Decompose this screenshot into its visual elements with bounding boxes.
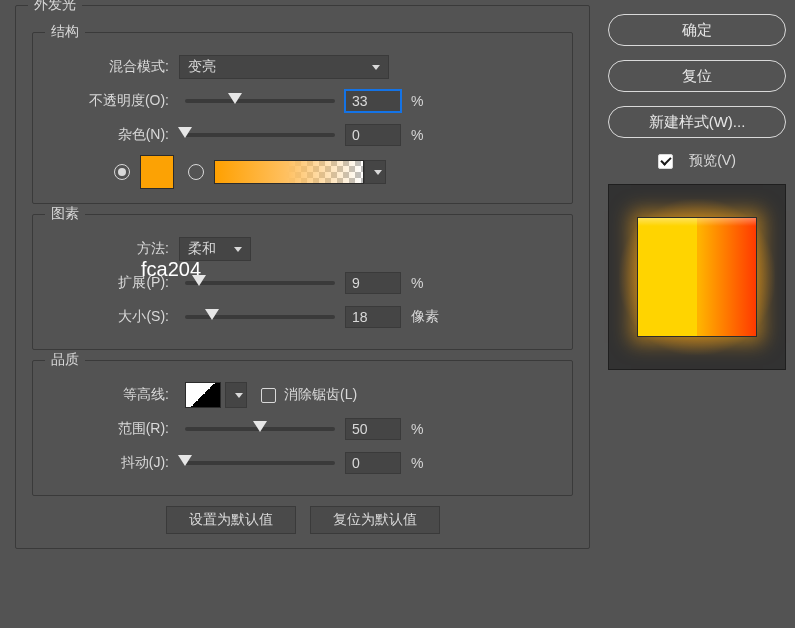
antialias-checkbox[interactable] — [261, 388, 276, 403]
elements-title: 图素 — [45, 205, 85, 223]
preview-label: 预览(V) — [689, 152, 736, 170]
range-label: 范围(R): — [49, 420, 179, 438]
technique-label: 方法: — [49, 240, 179, 258]
chevron-down-icon — [374, 170, 382, 175]
gradient-swatch[interactable] — [214, 160, 364, 184]
opacity-input[interactable] — [345, 90, 401, 112]
noise-input[interactable] — [345, 124, 401, 146]
preview-thumb — [637, 217, 757, 337]
chevron-down-icon — [235, 393, 243, 398]
contour-label: 等高线: — [49, 386, 179, 404]
jitter-unit: % — [411, 455, 441, 471]
color-swatch[interactable] — [140, 155, 174, 189]
noise-slider[interactable] — [185, 133, 335, 137]
noise-unit: % — [411, 127, 441, 143]
antialias-label: 消除锯齿(L) — [284, 386, 357, 404]
opacity-label: 不透明度(O): — [49, 92, 179, 110]
quality-title: 品质 — [45, 351, 85, 369]
blend-mode-label: 混合模式: — [49, 58, 179, 76]
size-unit: 像素 — [411, 308, 441, 326]
size-input[interactable] — [345, 306, 401, 328]
opacity-slider[interactable] — [185, 99, 335, 103]
preview-checkbox[interactable] — [658, 154, 673, 169]
jitter-label: 抖动(J): — [49, 454, 179, 472]
range-unit: % — [411, 421, 441, 437]
solid-color-radio[interactable] — [114, 164, 130, 180]
ok-button[interactable]: 确定 — [608, 14, 786, 46]
quality-group: 品质 等高线: 消除锯齿(L) 范围(R): % 抖动(J): — [32, 360, 573, 496]
size-slider[interactable] — [185, 315, 335, 319]
gradient-dropdown[interactable] — [364, 160, 386, 184]
chevron-down-icon — [234, 247, 242, 252]
make-default-button[interactable]: 设置为默认值 — [166, 506, 296, 534]
technique-value: 柔和 — [188, 240, 216, 258]
spread-label: 扩展(P): — [49, 274, 179, 292]
structure-title: 结构 — [45, 23, 85, 41]
blend-mode-value: 变亮 — [188, 58, 216, 76]
range-slider[interactable] — [185, 427, 335, 431]
noise-label: 杂色(N): — [49, 126, 179, 144]
contour-swatch[interactable] — [185, 382, 221, 408]
spread-slider[interactable] — [185, 281, 335, 285]
spread-input[interactable] — [345, 272, 401, 294]
preview-box — [608, 184, 786, 370]
technique-select[interactable]: 柔和 — [179, 237, 251, 261]
new-style-button[interactable]: 新建样式(W)... — [608, 106, 786, 138]
jitter-slider[interactable] — [185, 461, 335, 465]
reset-button[interactable]: 复位 — [608, 60, 786, 92]
blend-mode-select[interactable]: 变亮 — [179, 55, 389, 79]
spread-unit: % — [411, 275, 441, 291]
panel-title: 外发光 — [28, 0, 82, 14]
opacity-unit: % — [411, 93, 441, 109]
chevron-down-icon — [372, 65, 380, 70]
gradient-radio[interactable] — [188, 164, 204, 180]
contour-dropdown[interactable] — [225, 382, 247, 408]
elements-group: 图素 方法: 柔和 扩展(P): % 大小(S): — [32, 214, 573, 350]
jitter-input[interactable] — [345, 452, 401, 474]
range-input[interactable] — [345, 418, 401, 440]
structure-group: 结构 混合模式: 变亮 不透明度(O): % 杂色(N): — [32, 32, 573, 204]
size-label: 大小(S): — [49, 308, 179, 326]
reset-default-button[interactable]: 复位为默认值 — [310, 506, 440, 534]
outer-glow-panel: 外发光 结构 混合模式: 变亮 不透明度(O): % 杂色(N): — [15, 5, 590, 549]
